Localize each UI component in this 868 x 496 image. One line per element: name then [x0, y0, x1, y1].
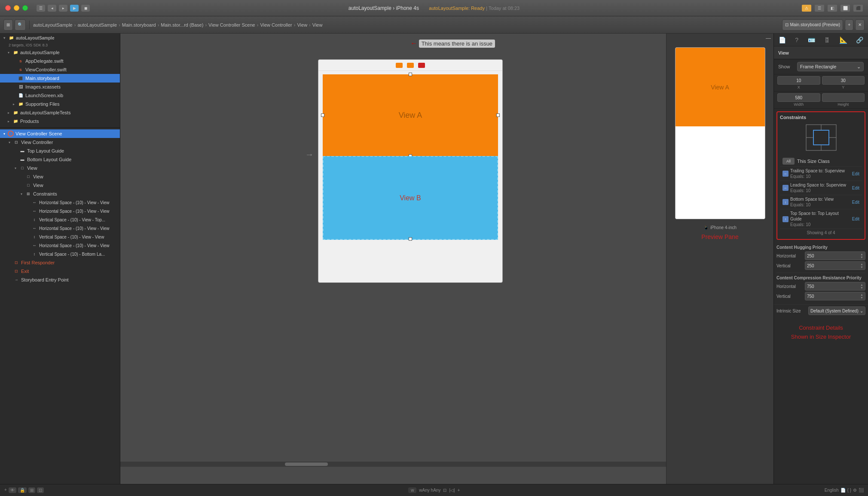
sidebar-item-scene[interactable]: ! View Controller Scene: [0, 129, 120, 138]
constraint-edit1[interactable]: Edit: [852, 171, 859, 176]
breadcrumb-item-3[interactable]: Main.storyboard: [122, 22, 156, 28]
sidebar-item-mainstoryboard[interactable]: ⬛ Main.storyboard: [0, 74, 120, 83]
stepper-up2[interactable]: ▲: [860, 263, 863, 266]
sidebar-item-vspace1[interactable]: ↕ Vertical Space - (10) - View - Top...: [0, 215, 120, 224]
layout-icon[interactable]: ⬜: [840, 5, 850, 12]
gear-icon-sm[interactable]: ⚙: [853, 488, 857, 493]
aspect-plus-btn[interactable]: +: [458, 488, 460, 493]
sidebar-item-launchscreen[interactable]: 📄 LaunchScreen.xib: [0, 91, 120, 100]
x-input[interactable]: [777, 76, 820, 85]
priority-h-input[interactable]: 250 ▲ ▼: [805, 251, 865, 260]
sidebar-item-constraints[interactable]: ⊞ Constraints: [0, 190, 120, 198]
close-button[interactable]: [5, 5, 11, 11]
sidebar-item-exit[interactable]: ⊡ Exit: [0, 267, 120, 276]
stepper-up4[interactable]: ▲: [860, 293, 863, 296]
comp-v-stepper[interactable]: ▲ ▼: [860, 293, 863, 299]
nav-back-icon[interactable]: ◂: [48, 5, 56, 12]
code-icon-sm[interactable]: { }: [847, 488, 851, 493]
connections-inspector-icon[interactable]: 🔗: [856, 37, 863, 43]
run-button[interactable]: ▶: [70, 5, 79, 12]
sidebar-toggle-icon[interactable]: ☰: [37, 5, 45, 12]
stepper-down4[interactable]: ▼: [860, 296, 863, 299]
add-btn[interactable]: +: [845, 19, 853, 31]
h-stepper[interactable]: ▲ ▼: [860, 253, 863, 259]
breadcrumb-item-7[interactable]: View: [297, 22, 307, 28]
breadcrumb-item-6[interactable]: View Controller: [260, 22, 292, 28]
settings-icon[interactable]: ☰: [815, 5, 824, 12]
constraint-edit4[interactable]: Edit: [852, 217, 859, 221]
nav-forward-icon[interactable]: ▸: [59, 5, 67, 12]
sidebar-item-project[interactable]: 📁 autoLayoutSample: [0, 34, 120, 42]
box-icon-sm[interactable]: ⬛: [859, 488, 864, 493]
breadcrumb-item-8[interactable]: View: [312, 22, 323, 28]
minimize-button[interactable]: [14, 5, 19, 11]
sidebar-item-view2[interactable]: □ View: [0, 172, 120, 181]
sidebar-item-products[interactable]: 📁 Products: [0, 117, 120, 126]
width-input[interactable]: [777, 93, 820, 102]
sidebar-item-hspace4[interactable]: ↔ Horizontal Space - (10) - View - View: [0, 241, 120, 250]
constraint-edit3[interactable]: Edit: [852, 200, 859, 205]
file-icon-sm[interactable]: 📄: [840, 488, 846, 493]
sidebar-item-entrypoint[interactable]: → Storyboard Entry Point: [0, 276, 120, 284]
y-input[interactable]: [822, 76, 865, 85]
size-class-all-btn[interactable]: All: [782, 158, 795, 165]
sidebar-item-hspace1[interactable]: ↔ Horizontal Space - (10) - View - View: [0, 198, 120, 207]
stepper-down[interactable]: ▼: [860, 256, 863, 259]
identity-inspector-icon[interactable]: 🪪: [808, 37, 815, 43]
breadcrumb-item-5[interactable]: View Controller Scene: [208, 22, 255, 28]
sidebar-item-images[interactable]: 🖼 Images.xcassets: [0, 83, 120, 91]
statusbar-layout-btn[interactable]: ⊞: [28, 487, 35, 493]
quick-help-icon[interactable]: ?: [795, 37, 798, 43]
storyboard-preview-btn[interactable]: ⊡ Main.storyboard (Preview): [782, 19, 843, 31]
show-dropdown[interactable]: Frame Rectangle ⌄: [797, 62, 864, 71]
fullscreen-button[interactable]: [22, 5, 28, 11]
sidebar-item-viewcontroller2[interactable]: ⊡ View Controller: [0, 138, 120, 147]
warning-icon[interactable]: ⚠: [802, 5, 811, 12]
constraint-edit2[interactable]: Edit: [852, 186, 859, 190]
inspector-toggle[interactable]: ◧: [828, 5, 837, 12]
sidebar-item-supporting[interactable]: 📁 Supporting Files: [0, 100, 120, 108]
comp-h-stepper[interactable]: ▲ ▼: [860, 283, 863, 289]
canvas-scrollbar[interactable]: [120, 462, 666, 467]
priority-v-input[interactable]: 250 ▲ ▼: [805, 261, 865, 270]
comp-v-input[interactable]: 750 ▲ ▼: [805, 292, 865, 300]
debug-icon[interactable]: ⬛: [853, 5, 863, 12]
stepper-up[interactable]: ▲: [860, 253, 863, 256]
sidebar-item-view3[interactable]: □ View: [0, 181, 120, 190]
breadcrumb-item-1[interactable]: autoLayoutSample: [33, 22, 73, 28]
sidebar-item-view1[interactable]: □ View: [0, 164, 120, 172]
stop-button[interactable]: ◼: [81, 5, 90, 12]
height-input[interactable]: [822, 93, 865, 102]
statusbar-lock-btn[interactable]: 🔒: [18, 487, 27, 493]
breadcrumb-item-4[interactable]: Main.stor...rd (Base): [161, 22, 203, 28]
comp-h-input[interactable]: 750 ▲ ▼: [805, 282, 865, 291]
sidebar-item-hspace2[interactable]: ↔ Horizontal Space - (10) - View - View: [0, 207, 120, 215]
sidebar-item-autolayout[interactable]: 📁 autoLayoutSample: [0, 48, 120, 57]
sidebar-item-viewcontroller[interactable]: S ViewController.swift: [0, 65, 120, 74]
file-inspector-icon[interactable]: 📄: [779, 37, 786, 43]
stepper-down2[interactable]: ▼: [860, 266, 863, 269]
statusbar-plus-btn[interactable]: +: [4, 487, 7, 493]
statusbar-eye-btn[interactable]: 👁: [9, 487, 16, 493]
sidebar-item-vspace3[interactable]: ↕ Vertical Space - (10) - Bottom La...: [0, 250, 120, 258]
sidebar-item-firstresponder[interactable]: ⊡ First Responder: [0, 258, 120, 267]
sidebar-item-vspace2[interactable]: ↕ Vertical Space - (10) - View - View: [0, 233, 120, 241]
size-class-btn[interactable]: w: [408, 487, 416, 493]
scrollbar-thumb[interactable]: [285, 462, 328, 466]
close-btn[interactable]: ✕: [855, 19, 865, 31]
sidebar-item-tests[interactable]: 📁 autoLayoutSampleTests: [0, 108, 120, 117]
sidebar-item-bottomlayout[interactable]: ▬ Bottom Layout Guide: [0, 155, 120, 164]
preview-close-btn[interactable]: —: [766, 35, 771, 41]
sidebar-item-appdelegate[interactable]: S AppDelegate.swift: [0, 57, 120, 65]
toolbar-search-btn[interactable]: 🔍: [15, 19, 26, 31]
sidebar-item-hspace3[interactable]: ↔ Horizontal Space - (10) - View - View: [0, 224, 120, 233]
statusbar-slider[interactable]: ⊡: [37, 487, 44, 493]
v-stepper[interactable]: ▲ ▼: [860, 263, 863, 269]
stepper-down3[interactable]: ▼: [860, 286, 863, 289]
sidebar-item-toplayout[interactable]: ▬ Top Layout Guide: [0, 147, 120, 155]
breadcrumb-item-2[interactable]: autoLayoutSample: [77, 22, 117, 28]
toolbar-icon-btn[interactable]: ⊞: [3, 19, 13, 31]
intrinsic-dropdown[interactable]: Default (System Defined) ⌄: [808, 306, 865, 315]
size-inspector-icon[interactable]: 📐: [840, 36, 847, 44]
stepper-up3[interactable]: ▲: [860, 283, 863, 286]
